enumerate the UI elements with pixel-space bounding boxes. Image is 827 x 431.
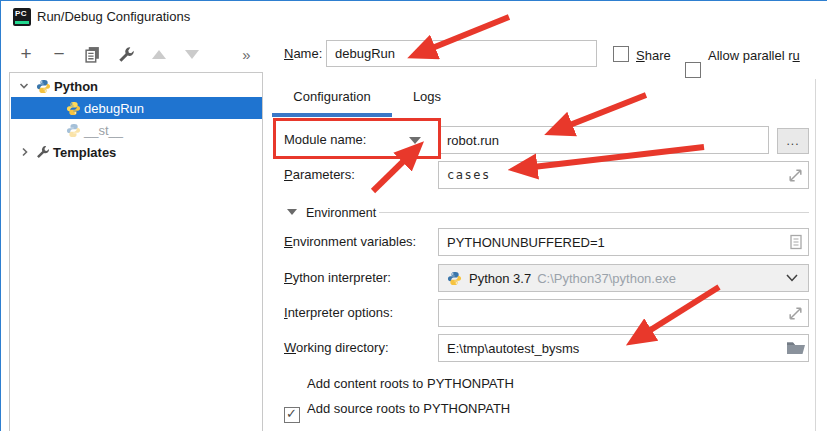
share-checkbox[interactable] [613, 46, 629, 62]
module-browse-button[interactable]: ... [777, 128, 809, 154]
move-down-icon [185, 50, 199, 59]
add-content-roots-checkbox[interactable] [284, 407, 300, 423]
scroll-track-line [815, 79, 816, 431]
add-content-roots-label: Add content roots to PYTHONPATH [307, 376, 514, 391]
module-name-label: Module name: [284, 126, 366, 154]
python-icon [66, 123, 81, 138]
section-divider [379, 212, 809, 213]
module-name-value: robot.run [447, 133, 499, 148]
arrow-to-module-dropdown [373, 147, 418, 191]
tree-item-label: Python [54, 79, 98, 94]
list-variables-icon[interactable] [788, 234, 804, 250]
name-input[interactable]: debugRun [326, 40, 597, 67]
expand-field-icon[interactable] [787, 305, 804, 322]
move-up-icon [152, 50, 166, 59]
window-title: Run/Debug Configurations [37, 9, 190, 24]
interpreter-path: C:\Python37\python.exe [537, 271, 676, 286]
interpreter-options-label: Interpreter options: [284, 299, 393, 327]
combo-chevron-icon [785, 273, 799, 283]
chevron-down-icon [19, 81, 29, 91]
tree-item-label: debugRun [84, 101, 144, 116]
move-up-button[interactable] [146, 41, 172, 67]
interpreter-options-input[interactable] [438, 299, 809, 327]
move-down-button[interactable] [179, 41, 205, 67]
copy-configuration-button[interactable] [79, 41, 105, 67]
python-icon [447, 271, 462, 286]
double-chevron-icon: » [242, 46, 249, 63]
allow-parallel-label: Allow parallel ru [708, 48, 800, 63]
parameters-input[interactable]: cases [438, 161, 809, 189]
tab-logs[interactable]: Logs [397, 89, 457, 104]
minus-icon: − [53, 43, 64, 65]
tree-item-templates[interactable]: Templates [11, 141, 262, 163]
title-bar: PC Run/Debug Configurations [1, 1, 827, 34]
environment-variables-input[interactable]: PYTHONUNBUFFERED=1 [438, 228, 809, 256]
configurations-tree: Python debugRun __st__ Templates [9, 72, 263, 431]
tab-configuration[interactable]: Configuration [272, 89, 392, 104]
add-configuration-button[interactable]: + [13, 41, 39, 67]
allow-parallel-checkbox[interactable] [685, 62, 701, 78]
chevron-right-icon [20, 147, 30, 157]
environment-variables-value: PYTHONUNBUFFERED=1 [447, 235, 605, 250]
module-name-input[interactable]: robot.run [438, 126, 769, 154]
expand-field-icon[interactable] [787, 167, 804, 184]
ellipsis-icon: ... [786, 134, 799, 148]
copy-icon [84, 46, 101, 63]
pycharm-logo-icon: PC [13, 8, 31, 26]
name-label: Name: [284, 40, 322, 68]
add-source-roots-label: Add source roots to PYTHONPATH [307, 401, 510, 416]
tree-item-st[interactable]: __st__ [11, 119, 262, 141]
wrench-icon [118, 46, 135, 63]
environment-section-label: Environment [306, 206, 376, 220]
tree-item-label: __st__ [84, 123, 123, 138]
python-icon [36, 79, 51, 94]
environment-collapse-toggle[interactable] [287, 209, 297, 215]
module-name-dropdown[interactable] [409, 137, 421, 144]
parameters-label: Parameters: [284, 161, 355, 189]
working-directory-label: Working directory: [284, 334, 389, 362]
tree-item-label: Templates [53, 145, 116, 160]
wrench-icon [36, 145, 50, 159]
remove-configuration-button[interactable]: − [46, 41, 72, 67]
environment-variables-label: Environment variables: [284, 228, 416, 256]
parameters-value: cases [447, 168, 491, 182]
share-label: Share [636, 48, 671, 63]
name-value: debugRun [335, 46, 395, 61]
working-directory-value: E:\tmp\autotest_bysms [447, 341, 579, 356]
python-icon [66, 101, 81, 116]
tree-item-debugrun[interactable]: debugRun [11, 97, 262, 119]
plus-icon: + [20, 43, 31, 65]
python-interpreter-select[interactable]: Python 3.7 C:\Python37\python.exe [438, 264, 809, 292]
python-interpreter-label: Python interpreter: [284, 264, 391, 292]
edit-defaults-button[interactable] [113, 41, 139, 67]
active-tab-underline [272, 113, 392, 117]
folder-icon[interactable] [786, 340, 806, 356]
working-directory-input[interactable]: E:\tmp\autotest_bysms [438, 334, 809, 362]
interpreter-value: Python 3.7 [469, 271, 531, 286]
more-actions-button[interactable]: » [233, 41, 259, 67]
tree-item-python[interactable]: Python [11, 75, 262, 97]
